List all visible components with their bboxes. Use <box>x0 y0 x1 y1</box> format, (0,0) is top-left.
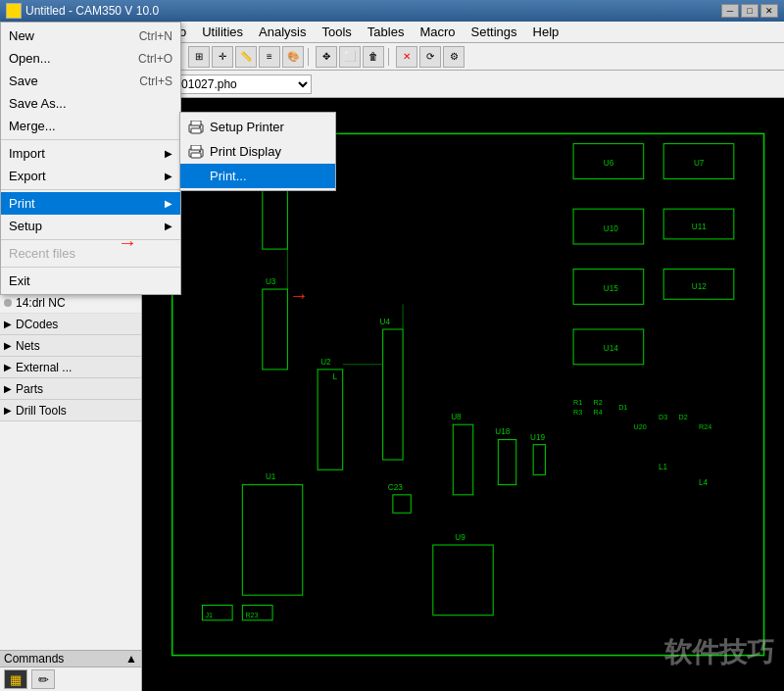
commands-area: Commands ▲ ▦ ✏ <box>0 650 141 691</box>
svg-text:R3: R3 <box>573 409 582 417</box>
svg-text:U15: U15 <box>604 284 618 293</box>
svg-rect-56 <box>191 121 201 125</box>
file-menu-import[interactable]: Import ▶ <box>1 142 180 165</box>
section-arrow: ▶ <box>4 362 12 372</box>
minimize-button[interactable]: ─ <box>721 4 739 18</box>
print-submenu-print[interactable]: Print... <box>180 164 335 188</box>
file-menu-merge[interactable]: Merge... <box>1 115 180 137</box>
print-submenu-display[interactable]: Print Display <box>180 139 335 164</box>
svg-text:U10: U10 <box>604 224 618 233</box>
svg-rect-0 <box>172 133 764 655</box>
file-sep3 <box>1 239 180 240</box>
section-arrow: ▶ <box>4 340 12 351</box>
sidebar-section-parts[interactable]: ▶ Parts <box>0 378 141 400</box>
svg-text:L: L <box>332 372 337 381</box>
svg-text:U11: U11 <box>692 222 707 231</box>
svg-rect-17 <box>263 289 288 370</box>
title-bar: Untitled - CAM350 V 10.0 ─ □ ✕ <box>0 0 784 22</box>
cmd-btn-1[interactable]: ▦ <box>4 669 27 689</box>
cmd-btn-2[interactable]: ✏ <box>31 669 55 689</box>
tb-settings2[interactable]: ⚙ <box>443 46 465 68</box>
file-menu-save[interactable]: Save Ctrl+S <box>1 70 180 92</box>
menu-settings[interactable]: Settings <box>464 23 525 41</box>
svg-text:L1: L1 <box>659 463 668 471</box>
sidebar-section-dcodes[interactable]: ▶ DCodes <box>0 314 141 335</box>
tb-cancel[interactable]: ⟳ <box>419 46 441 68</box>
sidebar-section-external[interactable]: ▶ External ... <box>0 357 141 378</box>
file-menu-open[interactable]: Open... Ctrl+O <box>1 47 180 70</box>
print-submenu-setup[interactable]: Setup Printer <box>180 115 335 139</box>
window-controls[interactable]: ─ □ ✕ <box>721 4 778 18</box>
svg-rect-25 <box>498 440 515 485</box>
layer-dot <box>4 299 12 307</box>
tb-cross[interactable]: ✕ <box>396 46 417 68</box>
commands-header: Commands ▲ <box>0 651 141 667</box>
file-menu-setup[interactable]: Setup ▶ <box>1 215 180 237</box>
app-icon <box>6 3 22 19</box>
svg-text:U19: U19 <box>530 433 545 442</box>
printer-icon <box>188 121 204 134</box>
tb-select[interactable]: ⬜ <box>339 46 361 68</box>
svg-text:U20: U20 <box>633 423 646 431</box>
maximize-button[interactable]: □ <box>741 4 759 18</box>
file-menu-exit[interactable]: Exit <box>1 270 180 292</box>
svg-point-61 <box>199 150 201 152</box>
menu-tables[interactable]: Tables <box>360 23 413 41</box>
svg-text:C23: C23 <box>388 483 403 492</box>
file-menu: New Ctrl+N Open... Ctrl+O Save Ctrl+S Sa… <box>0 22 181 295</box>
file-sep2 <box>1 189 180 190</box>
svg-text:U8: U8 <box>451 413 462 421</box>
close-button[interactable]: ✕ <box>760 4 778 18</box>
svg-rect-33 <box>393 495 411 513</box>
svg-text:R4: R4 <box>594 409 603 417</box>
file-menu-export[interactable]: Export ▶ <box>1 165 180 187</box>
svg-rect-29 <box>242 485 302 596</box>
svg-text:D2: D2 <box>679 414 688 421</box>
section-arrow: ▶ <box>4 319 12 329</box>
file-menu-new[interactable]: New Ctrl+N <box>1 25 180 47</box>
tb-snap[interactable]: ✛ <box>212 46 233 68</box>
printer-icon2 <box>188 145 204 159</box>
section-arrow: ▶ <box>4 383 12 394</box>
svg-rect-21 <box>383 329 403 460</box>
tb-move[interactable]: ✥ <box>316 46 337 68</box>
commands-body: ▦ ✏ <box>0 667 141 691</box>
menu-utilities[interactable]: Utilities <box>194 23 251 41</box>
file-menu-print[interactable]: Print ▶ <box>1 192 180 215</box>
svg-text:L4: L4 <box>699 478 709 487</box>
section-arrow: ▶ <box>4 405 12 416</box>
svg-rect-23 <box>453 424 472 495</box>
svg-rect-31 <box>433 545 493 616</box>
sep4 <box>388 48 392 66</box>
tb-delete[interactable]: 🗑 <box>363 46 384 68</box>
svg-text:D3: D3 <box>659 414 667 421</box>
svg-text:U18: U18 <box>495 427 510 436</box>
svg-text:U3: U3 <box>266 277 276 286</box>
svg-text:D1: D1 <box>618 404 627 412</box>
tb-grid[interactable]: ⊞ <box>188 46 210 68</box>
file-menu-saveas[interactable]: Save As... <box>1 92 180 115</box>
menu-help[interactable]: Help <box>525 23 567 41</box>
tb-measure[interactable]: 📏 <box>235 46 257 68</box>
sidebar-section-drilltools[interactable]: ▶ Drill Tools <box>0 400 141 421</box>
svg-text:R24: R24 <box>699 423 711 431</box>
sidebar-item-drl-14[interactable]: 14:drl NC <box>0 292 141 314</box>
sidebar-section-nets[interactable]: ▶ Nets <box>0 335 141 357</box>
menu-tools[interactable]: Tools <box>314 23 359 41</box>
svg-point-57 <box>199 125 201 127</box>
svg-text:J1: J1 <box>205 612 213 619</box>
tb-color[interactable]: 🎨 <box>282 46 304 68</box>
menu-analysis[interactable]: Analysis <box>251 23 314 41</box>
svg-text:U6: U6 <box>604 159 614 168</box>
svg-text:U7: U7 <box>694 159 705 168</box>
svg-rect-27 <box>533 445 545 475</box>
svg-text:U12: U12 <box>692 282 707 291</box>
commands-collapse-btn[interactable]: ▲ <box>125 652 137 666</box>
svg-rect-55 <box>191 128 201 133</box>
sep3 <box>308 48 312 66</box>
file-sep4 <box>1 267 180 268</box>
svg-text:U2: U2 <box>320 358 331 367</box>
menu-macro[interactable]: Macro <box>412 23 463 41</box>
svg-text:U14: U14 <box>604 344 618 353</box>
tb-layer[interactable]: ≡ <box>259 46 280 68</box>
